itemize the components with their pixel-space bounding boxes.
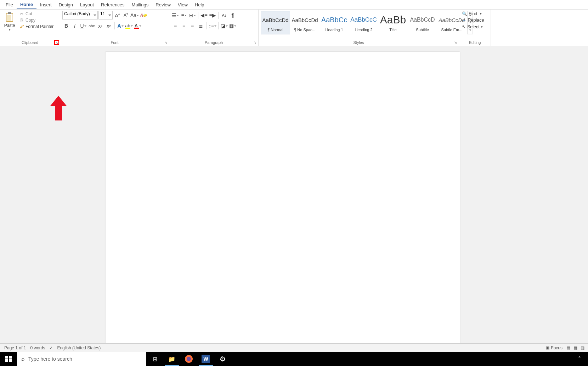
tab-file[interactable]: File	[2, 1, 17, 9]
read-mode-icon: ▤	[566, 345, 570, 350]
tab-references[interactable]: References	[97, 1, 128, 9]
paragraph-dialog-launcher[interactable]: ↘	[253, 40, 258, 45]
subscript-button[interactable]: x2	[96, 22, 104, 30]
italic-button[interactable]: I	[71, 22, 79, 30]
svg-marker-3	[50, 96, 67, 120]
shrink-font-button[interactable]: A▾	[122, 11, 130, 19]
style-title[interactable]: AaBbTitle	[378, 11, 408, 34]
task-view-button[interactable]: ⊞	[146, 352, 163, 366]
grow-font-button[interactable]: A▴	[113, 11, 121, 19]
paste-dropdown[interactable]: ▾	[9, 28, 11, 32]
increase-indent-button[interactable]: ≡▶	[209, 11, 216, 19]
tab-design[interactable]: Design	[55, 1, 77, 9]
document-page[interactable]	[106, 52, 460, 355]
find-icon: 🔍	[462, 11, 467, 16]
copy-button[interactable]: ⎘ Copy	[18, 17, 54, 23]
paste-icon	[5, 12, 15, 22]
replace-icon: ↔	[462, 18, 467, 23]
task-view-icon: ⊞	[153, 356, 157, 362]
tab-mailings[interactable]: Mailings	[128, 1, 152, 9]
borders-button[interactable]: ▦	[229, 22, 237, 30]
firefox-taskbar[interactable]	[180, 352, 197, 366]
print-layout-button[interactable]: ▦	[572, 344, 579, 351]
change-case-button[interactable]: Aa	[130, 11, 139, 19]
clipboard-dialog-launcher[interactable]: ↘	[54, 40, 59, 45]
underline-button[interactable]: U	[79, 22, 87, 30]
cut-icon: ✂	[19, 11, 24, 16]
group-clipboard: Paste ▾ ✂ Cut ⎘ Copy 🖌 Format Painter Cl…	[0, 10, 60, 46]
cut-button[interactable]: ✂ Cut	[18, 11, 54, 17]
highlight-button[interactable]: ab	[125, 22, 133, 30]
style--no-spac-[interactable]: AaBbCcDd¶ No Spac...	[290, 11, 320, 34]
svg-rect-6	[5, 359, 8, 362]
numbering-button[interactable]: ≡	[180, 11, 188, 19]
taskbar-search[interactable]: ⌕ Type here to search	[17, 352, 146, 366]
bold-button[interactable]: B	[62, 22, 70, 30]
web-layout-button[interactable]: ▥	[579, 344, 586, 351]
shading-icon: ◪	[221, 23, 225, 29]
superscript-button[interactable]: x2	[105, 22, 113, 30]
show-desktop-chevron[interactable]: ˄	[571, 352, 588, 366]
font-size-combo[interactable]: 11	[98, 11, 113, 19]
group-title-styles: Styles	[261, 39, 457, 46]
tab-review[interactable]: Review	[152, 1, 174, 9]
format-painter-button[interactable]: 🖌 Format Painter	[18, 24, 54, 29]
svg-rect-4	[5, 356, 8, 359]
highlight-swatch	[125, 28, 130, 29]
text-effects-button[interactable]: A	[117, 22, 124, 30]
tab-bar: File Home Insert Design Layout Reference…	[0, 0, 588, 9]
select-button[interactable]: ↖ Select ▾	[461, 24, 485, 30]
style-heading-1[interactable]: AaBbCcHeading 1	[320, 11, 349, 34]
font-name-combo[interactable]: Calibri (Body)	[62, 11, 98, 19]
svg-rect-7	[9, 359, 12, 362]
file-explorer-icon: 📁	[168, 356, 175, 362]
settings-taskbar[interactable]: ⚙	[214, 352, 231, 366]
focus-mode-button[interactable]: ▣ Focus	[543, 344, 565, 352]
clear-formatting-button[interactable]: A🧽	[140, 11, 147, 19]
tab-view[interactable]: View	[174, 1, 191, 9]
document-canvas[interactable]	[0, 46, 588, 355]
align-center-button[interactable]: ≡	[180, 22, 188, 30]
bullets-button[interactable]: ☰	[171, 11, 179, 19]
strikethrough-button[interactable]: abc	[88, 22, 96, 30]
shading-button[interactable]: ◪	[220, 22, 228, 30]
borders-icon: ▦	[229, 23, 234, 29]
find-button[interactable]: 🔍 Find ▾	[461, 11, 485, 17]
multilevel-icon: ⊟	[189, 12, 193, 18]
sort-button[interactable]: A↓	[220, 11, 228, 19]
replace-button[interactable]: ↔ Replace	[461, 17, 485, 23]
start-button[interactable]	[0, 352, 17, 366]
style--normal[interactable]: AaBbCcDd¶ Normal	[261, 11, 290, 34]
svg-rect-2	[7, 15, 11, 21]
styles-dialog-launcher[interactable]: ↘	[453, 40, 458, 45]
tab-layout[interactable]: Layout	[77, 1, 97, 9]
focus-icon: ▣	[545, 345, 549, 350]
file-explorer-taskbar[interactable]: 📁	[163, 352, 180, 366]
multilevel-list-button[interactable]: ⊟	[188, 11, 196, 19]
align-right-button[interactable]: ≡	[188, 22, 196, 30]
tab-home[interactable]: Home	[17, 0, 36, 9]
spellcheck-icon: ✓	[49, 345, 53, 350]
font-dialog-launcher[interactable]: ↘	[163, 40, 168, 45]
show-hide-button[interactable]: ¶	[229, 11, 237, 19]
justify-button[interactable]: ≣	[197, 22, 205, 30]
decrease-indent-button[interactable]: ◀≡	[200, 11, 208, 19]
word-count-status[interactable]: 0 words	[28, 344, 47, 352]
style-heading-2[interactable]: AaBbCcCHeading 2	[349, 11, 378, 34]
font-color-button[interactable]: A	[134, 22, 141, 30]
line-spacing-button[interactable]: ↕≡	[209, 22, 216, 30]
ribbon: Paste ▾ ✂ Cut ⎘ Copy 🖌 Format Painter Cl…	[0, 9, 588, 46]
page-number-status[interactable]: Page 1 of 1	[2, 344, 28, 352]
find-dropdown[interactable]: ▾	[480, 12, 482, 16]
word-taskbar[interactable]: W	[197, 352, 214, 366]
language-status[interactable]: English (United States)	[55, 344, 103, 352]
style-subtitle[interactable]: AaBbCcDSubtitle	[408, 11, 437, 34]
taskbar: ⌕ Type here to search ⊞ 📁 W ⚙ ˄	[0, 352, 588, 366]
align-left-button[interactable]: ≡	[171, 22, 179, 30]
numbering-icon: ≡	[181, 12, 184, 18]
tab-insert[interactable]: Insert	[36, 1, 55, 9]
read-mode-button[interactable]: ▤	[565, 344, 572, 351]
tab-help[interactable]: Help	[191, 1, 208, 9]
paste-button[interactable]: Paste ▾	[2, 11, 17, 32]
spelling-status[interactable]: ✓	[47, 344, 55, 352]
